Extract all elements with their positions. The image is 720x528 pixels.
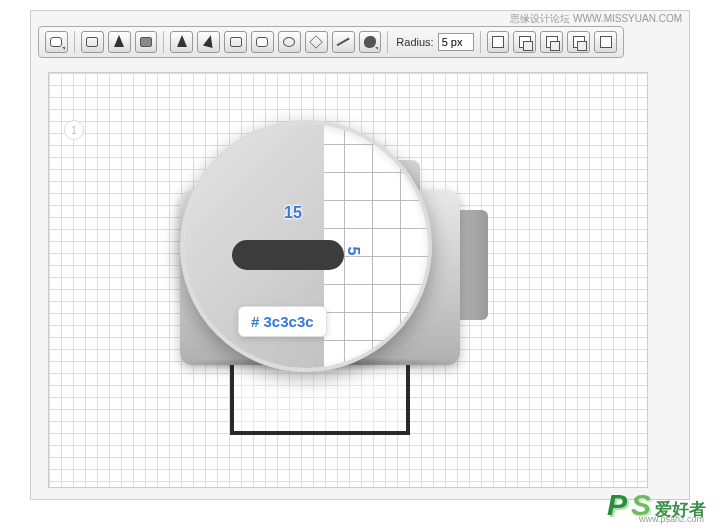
annotation-color-hex: # 3c3c3c: [238, 306, 327, 337]
line-tool-icon[interactable]: [332, 31, 355, 53]
logo-p: P: [607, 488, 627, 522]
rectangle-tool-icon[interactable]: [224, 31, 247, 53]
separator: [74, 31, 75, 53]
annotation-width: 15: [284, 204, 302, 222]
pen-tool-icon[interactable]: [170, 31, 193, 53]
path-op-subtract[interactable]: [540, 31, 563, 53]
separator: [387, 31, 388, 53]
magnifier-slot-shape: [232, 240, 344, 270]
freeform-pen-icon[interactable]: [197, 31, 220, 53]
rounded-rectangle-tool-icon[interactable]: [251, 31, 274, 53]
path-op-add[interactable]: [513, 31, 536, 53]
radius-label: Radius:: [396, 36, 433, 48]
watermark-url: WWW.MISSYUAN.COM: [573, 13, 682, 24]
annotation-height: 5: [344, 247, 362, 256]
polygon-tool-icon[interactable]: [305, 31, 328, 53]
tool-preset-picker[interactable]: [45, 31, 68, 53]
options-toolbar: Radius:: [38, 26, 624, 58]
step-badge: 1: [64, 120, 84, 140]
custom-shape-tool-icon[interactable]: [359, 31, 382, 53]
separator: [163, 31, 164, 53]
watermark-top: 思缘设计论坛 WWW.MISSYUAN.COM: [510, 12, 682, 26]
separator: [480, 31, 481, 53]
radius-input[interactable]: [438, 33, 474, 51]
mode-fill-pixels[interactable]: [135, 31, 158, 53]
watermark-cn: 思缘设计论坛: [510, 13, 570, 24]
mode-shape-layer[interactable]: [81, 31, 104, 53]
printer-tray: [230, 365, 410, 435]
footer-url: www.psahz.com: [639, 514, 704, 524]
mode-path[interactable]: [108, 31, 131, 53]
path-op-exclude[interactable]: [594, 31, 617, 53]
path-op-intersect[interactable]: [567, 31, 590, 53]
magnifier-detail: 15 5 # 3c3c3c: [180, 120, 432, 372]
ellipse-tool-icon[interactable]: [278, 31, 301, 53]
path-op-new[interactable]: [487, 31, 510, 53]
